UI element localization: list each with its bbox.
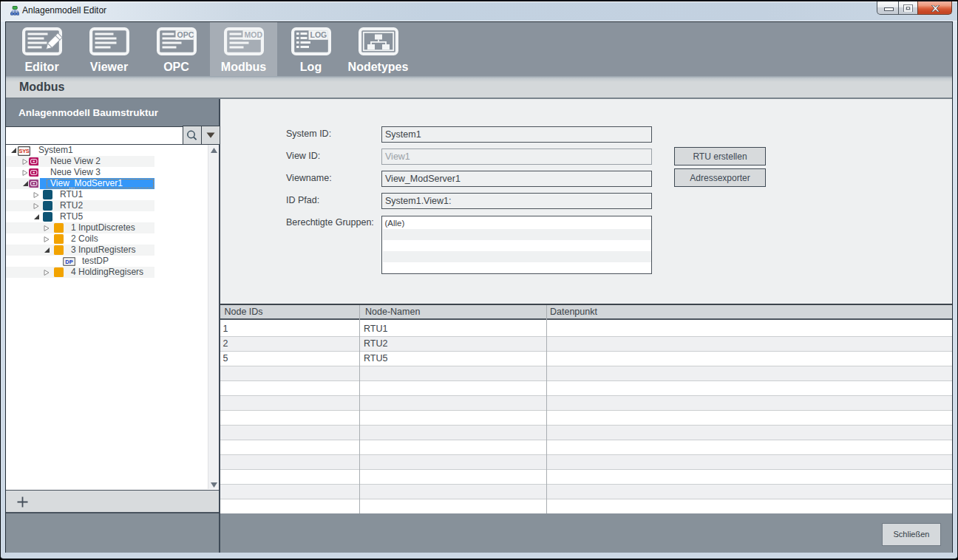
- svg-text:OPC: OPC: [177, 30, 194, 39]
- svg-text:DP: DP: [65, 259, 72, 265]
- svg-text:SYS: SYS: [19, 148, 30, 154]
- svg-text:LOG: LOG: [310, 30, 327, 39]
- svg-text:MOD: MOD: [244, 30, 262, 39]
